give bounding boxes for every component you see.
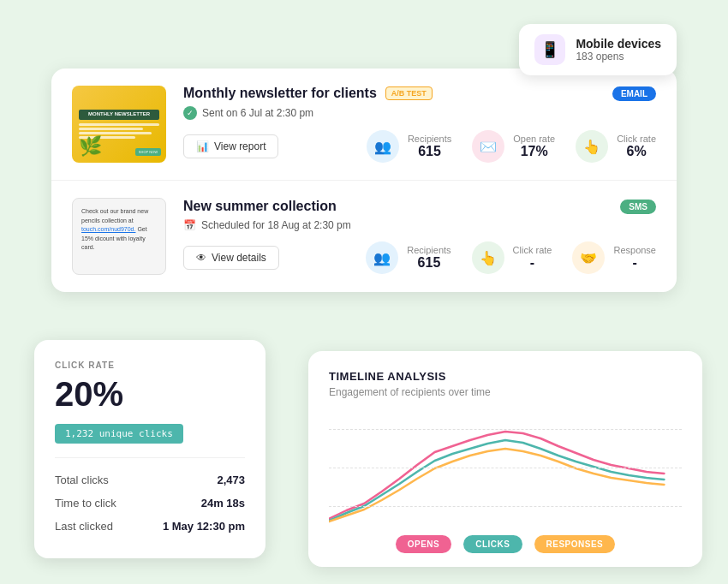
campaign-2-type-badge: SMS [620,200,656,214]
total-clicks-label: Total clicks [55,474,109,486]
campaign-1-status: ✓ Sent on 6 Jul at 2:30 pm [183,106,656,120]
click-rate-icon-2: 👆 [472,241,504,274]
campaign-1-ab-badge: A/B TEST [385,86,433,100]
click-rate-label-2: Click rate [513,245,552,255]
mobile-badge-content: Mobile devices 183 opens [576,37,661,63]
click-rate-label: Click rate [617,134,656,144]
mobile-devices-badge: 📱 Mobile devices 183 opens [519,24,677,75]
click-rate-percent: 20% [55,375,245,414]
campaign-row-2: Check out our brand new pencils collecti… [51,181,677,292]
click-rate-section-label: CLICK RATE [55,361,245,370]
click-rate-icon: 👆 [576,130,608,163]
recipients-label: Recipients [408,134,451,144]
recipients-stat-2: 👥 Recipients 615 [366,241,451,274]
response-icon: 🤝 [572,241,605,274]
campaign-thumbnail-1: MONTHLY NEWSLETTER 🌿 SHOP NOW [72,86,166,163]
response-stat: 🤝 Response - [572,241,656,274]
mobile-badge-subtitle: 183 opens [576,51,661,63]
legend-clicks: CLICKS [463,535,522,553]
campaign-1-status-text: Sent on 6 Jul at 2:30 pm [202,107,313,119]
campaign-1-stats: 👥 Recipients 615 ✉️ Open rate 17% [367,130,656,163]
sms-preview-text: Check out our brand new pencils collecti… [81,207,157,253]
click-rate-value-2: - [530,255,534,270]
campaign-1-type-badge: EMAIL [612,86,656,101]
total-clicks-value: 2,473 [217,474,245,486]
timeline-subtitle: Engagement of recipients over time [329,386,682,398]
details-icon: 👁 [196,252,206,264]
campaign-1-title-row: Monthly newsletter for clients A/B TEST … [183,86,656,101]
recipients-value: 615 [418,144,441,158]
campaign-2-status-text: Scheduled for 18 Aug at 2:30 pm [201,219,351,231]
time-to-click-label: Time to click [55,497,116,510]
click-rate-value: 6% [627,144,647,158]
open-rate-value: 17% [521,144,548,158]
recipients-value-2: 615 [418,255,441,270]
campaign-row-1: MONTHLY NEWSLETTER 🌿 SHOP NOW Monthly ne… [51,69,677,181]
campaigns-card: MONTHLY NEWSLETTER 🌿 SHOP NOW Monthly ne… [51,69,677,292]
view-details-button[interactable]: 👁 View details [183,246,279,270]
recipients-label-2: Recipients [407,245,451,255]
response-value: - [633,255,637,270]
last-clicked-value: 1 May 12:30 pm [163,520,245,533]
timeline-chart [329,412,682,523]
campaign-2-title: New summer collection [183,199,337,214]
response-label: Response [613,245,656,255]
campaign-thumbnail-2: Check out our brand new pencils collecti… [72,198,166,275]
campaign-1-title: Monthly newsletter for clients [183,86,377,101]
campaign-2-status: 📅 Scheduled for 18 Aug at 2:30 pm [183,219,656,231]
last-clicked-label: Last clicked [55,520,113,533]
timeline-title: TIMELINE ANALYSIS [329,370,682,383]
open-rate-stat: ✉️ Open rate 17% [472,130,555,163]
open-rate-label: Open rate [513,134,555,144]
recipients-stat: 👥 Recipients 615 [367,130,451,163]
click-rate-stat: 👆 Click rate 6% [576,130,656,163]
legend-opens: OPENS [396,535,452,553]
mobile-badge-title: Mobile devices [576,37,661,51]
click-rate-stats: Total clicks 2,473 Time to click 24m 18s… [55,457,245,538]
time-to-click-value: 24m 18s [201,497,245,510]
report-icon: 📊 [196,140,209,152]
legend-responses: RESPONSES [534,535,616,553]
timeline-card: TIMELINE ANALYSIS Engagement of recipien… [308,351,702,567]
view-report-button[interactable]: 📊 View report [183,134,278,158]
campaign-1-info: Monthly newsletter for clients A/B TEST … [183,86,656,163]
recipients-icon-2: 👥 [366,241,398,274]
campaign-2-title-row: New summer collection SMS [183,199,656,214]
sent-status-icon: ✓ [183,106,197,120]
click-rate-stat-2: 👆 Click rate - [472,241,552,274]
open-rate-icon: ✉️ [472,130,504,163]
click-rate-card: CLICK RATE 20% 1,232 unique clicks Total… [34,340,266,558]
unique-clicks-badge: 1,232 unique clicks [55,424,183,444]
last-clicked-row: Last clicked 1 May 12:30 pm [55,515,245,538]
campaign-2-info: New summer collection SMS 📅 Scheduled fo… [183,199,656,274]
recipients-icon: 👥 [367,130,399,163]
time-to-click-row: Time to click 24m 18s [55,492,245,515]
mobile-icon: 📱 [534,34,565,65]
total-clicks-row: Total clicks 2,473 [55,468,245,492]
campaign-2-stats: 👥 Recipients 615 👆 Click rate - [366,241,656,274]
scheduled-icon: 📅 [183,219,196,231]
timeline-legend: OPENS CLICKS RESPONSES [329,535,682,553]
